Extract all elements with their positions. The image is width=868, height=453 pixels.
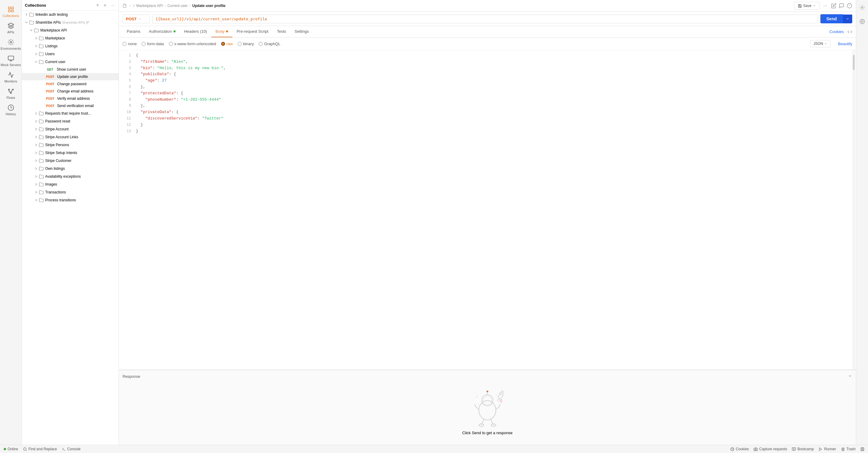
sidebar-item-history[interactable]: History	[0, 101, 22, 118]
tree-add-btn[interactable]: +	[95, 2, 100, 8]
sidebar-item-mock-servers[interactable]: Mock Servers	[0, 52, 22, 68]
list-item[interactable]: GET Show current user	[22, 66, 119, 73]
tree-menu-btn[interactable]: ≡	[103, 3, 108, 8]
cookies-link[interactable]: Cookies	[830, 29, 844, 34]
tab-params[interactable]: Params	[123, 26, 145, 37]
json-format-button[interactable]: JSON	[810, 40, 831, 47]
comment-icon[interactable]	[839, 3, 844, 8]
code-editor[interactable]: 1 { 2 "firstName": "Alex", 3 "bio": "Hel…	[119, 50, 856, 369]
resize-btn[interactable]	[860, 447, 864, 451]
list-item[interactable]: Marketplace	[22, 34, 119, 42]
list-item[interactable]: Users	[22, 50, 119, 58]
list-item[interactable]: Marketplace API	[22, 26, 119, 34]
list-item[interactable]: Stripe Persons	[22, 141, 119, 149]
radio-raw[interactable]: raw	[221, 41, 233, 46]
tab-pre-request[interactable]: Pre-request Script	[232, 26, 273, 37]
tab-headers[interactable]: Headers (10)	[180, 26, 211, 37]
code-icon[interactable]	[847, 29, 852, 34]
more-actions-btn[interactable]: ···	[822, 3, 829, 8]
trash-btn[interactable]: Trash	[841, 447, 856, 451]
send-button-group: Send	[820, 14, 852, 23]
list-item[interactable]: Own listings	[22, 165, 119, 172]
send-dropdown-button[interactable]	[843, 14, 852, 23]
radio-binary[interactable]: binary	[238, 41, 254, 46]
method-select[interactable]: POST	[123, 14, 150, 23]
list-item[interactable]: Images	[22, 181, 119, 188]
tab-settings[interactable]: Settings	[290, 26, 313, 37]
sidebar-item-monitors[interactable]: Monitors	[0, 68, 22, 85]
right-panel-api-icon[interactable]	[858, 17, 867, 26]
sidebar-item-apis[interactable]: APIs	[0, 20, 22, 36]
code-line-8: 8 "phoneNumber": "+1-202-555-4444"	[119, 97, 856, 103]
radio-form-data[interactable]: form-data	[142, 41, 164, 46]
svg-point-29	[23, 448, 26, 450]
list-item[interactable]: Requests that require trust...	[22, 109, 119, 117]
radio-graphql[interactable]: GraphQL	[259, 41, 280, 46]
response-collapse-btn[interactable]	[848, 374, 852, 379]
list-item[interactable]: Stripe Setup Intents	[22, 149, 119, 157]
list-item[interactable]: Sharetribe APIs Sharetribe APIs [P	[22, 19, 119, 26]
breadcrumb-sep1: /	[165, 4, 165, 8]
response-empty: Click Send to get a response	[456, 382, 519, 441]
page-title: Update user profile	[192, 4, 225, 8]
svg-rect-38	[861, 448, 864, 451]
list-item[interactable]: Password reset	[22, 117, 119, 125]
sidebar-tree: Collections + ≡ ··· linkedin auth testin…	[22, 0, 119, 445]
find-replace-btn[interactable]: Find and Replace	[23, 447, 57, 451]
list-item[interactable]: POST Send verification email	[22, 102, 119, 109]
list-item[interactable]: POST Change password	[22, 80, 119, 88]
svg-line-30	[26, 450, 26, 451]
save-button[interactable]: Save	[794, 2, 819, 10]
list-item[interactable]: Process transitions	[22, 196, 119, 204]
tab-tests[interactable]: Tests	[273, 26, 290, 37]
sidebar-monitors-label: Monitors	[4, 79, 17, 83]
sidebar-item-environments[interactable]: Environments	[0, 36, 22, 52]
svg-point-8	[10, 93, 11, 94]
tree-title: Collections	[25, 3, 93, 8]
list-item[interactable]: Stripe Account	[22, 125, 119, 133]
list-item[interactable]: POST Update user profile	[22, 73, 119, 80]
edit-icon[interactable]	[831, 3, 836, 8]
svg-rect-1	[11, 7, 13, 9]
tree-body: linkedin auth testing Sharetribe APIs Sh…	[22, 11, 119, 445]
response-header: Response	[123, 374, 852, 379]
sidebar-item-collections[interactable]: Collections	[0, 3, 22, 20]
tree-more-btn[interactable]: ···	[110, 3, 116, 8]
code-line-6: 6 },	[119, 84, 856, 90]
list-item[interactable]: Transactions	[22, 188, 119, 196]
list-item[interactable]: POST Verify email address	[22, 95, 119, 102]
right-panel-env-icon[interactable]	[858, 3, 867, 12]
radio-none[interactable]: none	[123, 41, 137, 46]
beautify-button[interactable]: Beautify	[838, 41, 852, 46]
radio-urlencoded[interactable]: x-www-form-urlencoded	[169, 41, 216, 46]
list-item[interactable]: linkedin auth testing	[22, 11, 119, 19]
editor-scrollbar-thumb[interactable]	[853, 55, 855, 70]
console-btn[interactable]: Console	[62, 447, 81, 451]
chevron-down-icon	[129, 4, 132, 7]
cookies-btn[interactable]: Cookies	[730, 447, 749, 451]
breadcrumb-current-user[interactable]: Current user	[167, 4, 188, 8]
runner-btn[interactable]: Runner	[818, 447, 836, 451]
capture-icon	[754, 447, 757, 451]
tab-body[interactable]: Body	[211, 26, 232, 37]
sidebar-environments-label: Environments	[1, 47, 21, 50]
url-input[interactable]	[152, 14, 818, 23]
svg-point-25	[498, 399, 500, 401]
sidebar-item-flows[interactable]: Flows	[0, 85, 22, 101]
list-item[interactable]: POST Change email address	[22, 88, 119, 95]
editor-scrollbar-track[interactable]	[852, 50, 855, 369]
send-main-button[interactable]: Send	[820, 14, 843, 23]
list-item[interactable]: Current user	[22, 58, 119, 66]
list-item[interactable]: Stripe Customer	[22, 157, 119, 165]
list-item[interactable]: Availability exceptions	[22, 172, 119, 181]
breadcrumb-marketplace-api[interactable]: Marketplace API	[136, 4, 162, 8]
info-icon[interactable]	[847, 3, 852, 8]
capture-btn[interactable]: Capture requests	[754, 447, 787, 451]
svg-point-13	[479, 400, 496, 420]
list-item[interactable]: Listings	[22, 42, 119, 50]
tab-authorization[interactable]: Authorization	[145, 26, 180, 37]
tabs-bar: Params Authorization Headers (10) Body P…	[119, 26, 856, 38]
bootcamp-btn[interactable]: Bootcamp	[792, 447, 814, 451]
list-item[interactable]: Stripe Account Links	[22, 133, 119, 141]
bottom-bar: Online Find and Replace Console Cookies …	[0, 445, 868, 453]
